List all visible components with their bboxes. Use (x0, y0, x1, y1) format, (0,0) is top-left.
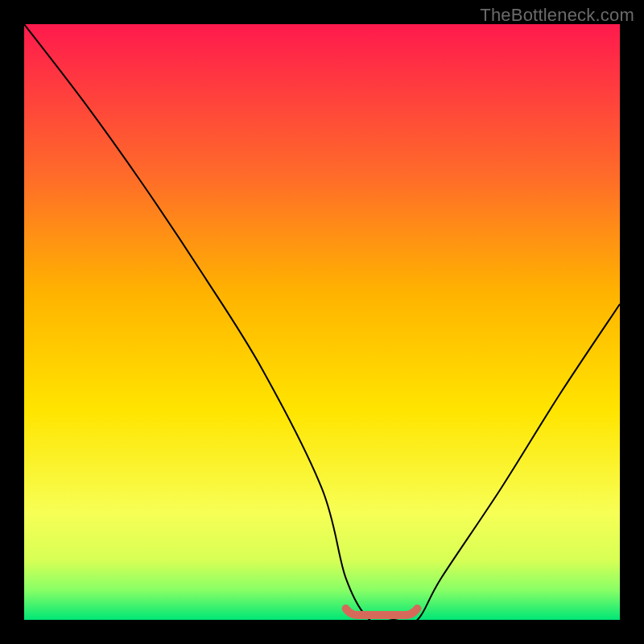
bottleneck-curve-chart (24, 24, 620, 620)
watermark-label: TheBottleneck.com (480, 5, 634, 26)
gradient-background (24, 24, 620, 620)
plot-area (24, 24, 620, 620)
chart-frame: TheBottleneck.com (0, 0, 644, 644)
